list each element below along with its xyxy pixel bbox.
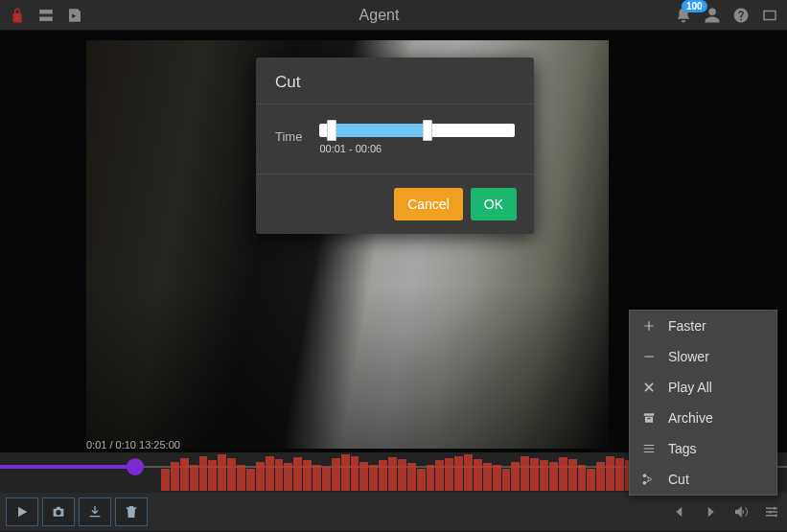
x-icon bbox=[641, 380, 657, 395]
activity-bars bbox=[161, 454, 634, 491]
bell-icon[interactable]: 100 bbox=[674, 6, 693, 25]
scissors-icon bbox=[641, 472, 657, 487]
notification-badge: 100 bbox=[682, 0, 707, 12]
prev-icon[interactable] bbox=[670, 502, 689, 521]
fullscreen-icon[interactable] bbox=[760, 6, 779, 25]
menu-item-cut[interactable]: Cut bbox=[630, 464, 776, 495]
help-icon[interactable] bbox=[731, 6, 751, 25]
range-value: 00:01 - 00:06 bbox=[319, 143, 515, 154]
menu-item-tags[interactable]: Tags bbox=[630, 433, 776, 464]
plus-icon bbox=[641, 318, 657, 334]
menu-label: Archive bbox=[668, 410, 713, 426]
app-title: Agent bbox=[84, 7, 674, 24]
ok-button[interactable]: OK bbox=[471, 188, 517, 220]
settings-icon[interactable] bbox=[762, 502, 781, 521]
menu-label: Faster bbox=[668, 318, 706, 334]
menu-label: Slower bbox=[668, 349, 709, 364]
lock-icon[interactable] bbox=[8, 6, 27, 25]
menu-item-faster[interactable]: Faster bbox=[630, 311, 776, 341]
menu-item-playall[interactable]: Play All bbox=[630, 372, 776, 403]
download-button[interactable] bbox=[79, 497, 111, 526]
volume-icon[interactable] bbox=[731, 502, 751, 521]
top-bar: Agent 100 bbox=[0, 0, 787, 31]
menu-item-archive[interactable]: Archive bbox=[630, 403, 776, 433]
cut-dialog: Cut Time 00:01 - 00:06 Cancel OK bbox=[256, 58, 534, 234]
seek-fill bbox=[0, 465, 134, 469]
svg-point-2 bbox=[775, 514, 777, 517]
server-icon[interactable] bbox=[36, 6, 56, 25]
menu-label: Cut bbox=[668, 472, 689, 487]
time-overlay: 0:01 / 0:10 13:25:00 bbox=[86, 439, 180, 451]
svg-point-0 bbox=[774, 507, 776, 510]
main-area: 0:01 / 0:10 13:25:00 Cut Time 00:01 - 00… bbox=[0, 31, 787, 452]
range-fill bbox=[329, 124, 425, 137]
seek-handle[interactable] bbox=[127, 458, 144, 475]
next-icon[interactable] bbox=[701, 502, 720, 521]
menu-label: Play All bbox=[668, 380, 712, 395]
play-button[interactable] bbox=[6, 497, 38, 526]
menu-item-slower[interactable]: Slower bbox=[630, 341, 776, 372]
delete-button[interactable] bbox=[115, 497, 148, 526]
menu-label: Tags bbox=[668, 441, 697, 456]
time-label: Time bbox=[275, 124, 302, 144]
snapshot-button[interactable] bbox=[42, 497, 75, 526]
bottom-bar bbox=[0, 493, 787, 531]
svg-point-1 bbox=[769, 511, 772, 514]
minus-icon bbox=[641, 349, 657, 364]
range-slider[interactable] bbox=[319, 124, 515, 137]
video-file-icon[interactable] bbox=[65, 6, 84, 25]
context-menu: Faster Slower Play All Archive Tags Cut bbox=[629, 310, 777, 496]
range-handle-start[interactable] bbox=[327, 120, 336, 141]
dialog-title: Cut bbox=[256, 58, 534, 104]
archive-icon bbox=[641, 410, 657, 426]
cancel-button[interactable]: Cancel bbox=[394, 188, 463, 220]
list-icon bbox=[641, 441, 657, 456]
range-handle-end[interactable] bbox=[423, 120, 432, 141]
